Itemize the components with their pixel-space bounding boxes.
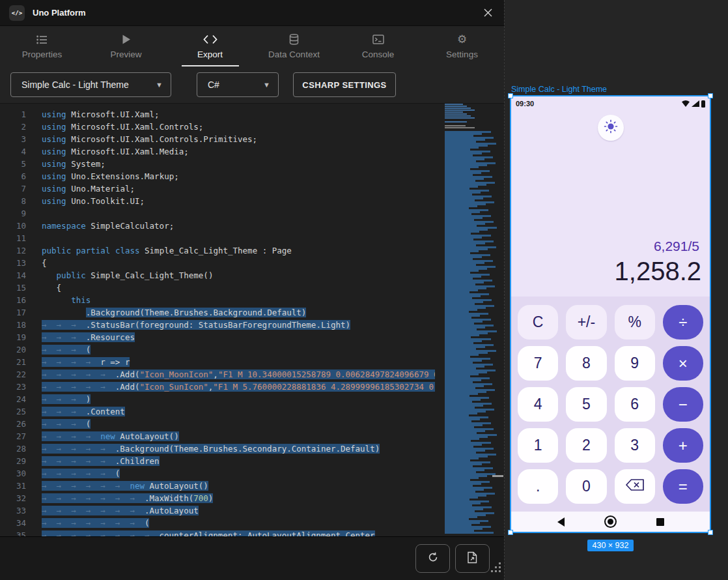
code-line[interactable]: 24→→→) [0,393,435,405]
code-line[interactable]: 9 [0,207,435,220]
theme-toggle-button[interactable] [598,115,624,141]
line-number[interactable]: 35 [0,529,26,536]
code-line[interactable]: 34→→→→→→→( [0,517,435,529]
scrollbar-marker[interactable] [492,475,503,477]
calc-key-0[interactable]: 0 [566,469,606,504]
tab-properties[interactable]: Properties [0,26,84,66]
refresh-button[interactable] [415,544,450,573]
code-line[interactable]: 8using Uno.Toolkit.UI; [0,195,435,207]
resize-grip[interactable] [491,562,502,576]
line-number[interactable]: 21 [0,356,26,368]
code-line[interactable]: 25→→→.Content [0,405,435,418]
code-line[interactable]: 7using Uno.Material; [0,182,435,195]
tab-console[interactable]: Console [336,26,420,66]
line-number[interactable]: 3 [0,133,26,145]
code-line[interactable]: 3using Microsoft.UI.Xaml.Controls.Primit… [0,133,435,145]
line-number[interactable]: 31 [0,480,26,492]
calc-key-3[interactable]: 3 [615,428,655,463]
calc-key-2[interactable]: 2 [566,428,606,463]
calc-key-%[interactable]: % [615,305,655,340]
code-line[interactable]: 30→→→→→( [0,467,435,480]
csharp-settings-button[interactable]: CSHARP SETTINGS [293,72,396,97]
selection-handle[interactable] [508,93,513,98]
calc-key-1[interactable]: 1 [518,428,558,463]
line-number[interactable]: 33 [0,504,26,517]
code-line[interactable]: 5using System; [0,158,435,170]
code-line[interactable]: 2using Microsoft.UI.Xaml.Controls; [0,121,435,133]
line-number[interactable]: 14 [0,269,26,282]
line-number[interactable]: 1 [0,108,26,121]
calc-key-5[interactable]: 5 [566,387,606,422]
language-select[interactable]: C# ▼ [197,72,279,97]
code-line[interactable]: 31→→→→→→new AutoLayout() [0,480,435,492]
calc-key-6[interactable]: 6 [615,387,655,422]
code-line[interactable]: 23→→→→→.Add("Icon_SunIcon","F1 M 5.76000… [0,381,435,393]
code-line[interactable]: 15 { [0,282,435,294]
code-line[interactable]: 18→→→.StatusBar(foreground: StatusBarFor… [0,319,435,331]
line-number[interactable]: 22 [0,368,26,381]
code-line[interactable]: 32→→→→→→→.MaxWidth(700) [0,492,435,504]
line-number[interactable]: 10 [0,220,26,232]
code-line[interactable]: 22→→→→→.Add("Icon_MoonIcon","F1 M 10.340… [0,368,435,381]
code-line[interactable]: 13{ [0,257,435,269]
calc-key-−[interactable]: − [663,387,703,422]
line-number[interactable]: 23 [0,381,26,393]
code-line[interactable]: 35→→→→→→→→counterAlignment: AutoLayoutAl… [0,529,435,536]
home-icon[interactable] [604,515,617,528]
line-number[interactable]: 19 [0,331,26,343]
line-number[interactable]: 34 [0,517,26,529]
minimap[interactable] [443,104,497,536]
code-line[interactable]: 20→→→( [0,343,435,356]
line-number[interactable]: 24 [0,393,26,405]
line-number[interactable]: 28 [0,442,26,455]
line-number[interactable]: 13 [0,257,26,269]
code-line[interactable]: 1using Microsoft.UI.Xaml; [0,108,435,121]
tab-data-context[interactable]: Data Context [252,26,336,66]
code-line[interactable]: 28→→→→→.Background(Theme.Brushes.Seconda… [0,442,435,455]
code-line[interactable]: 6using Uno.Extensions.Markup; [0,170,435,182]
code-line[interactable]: 26→→→( [0,418,435,430]
line-number[interactable]: 25 [0,405,26,418]
calc-key-.[interactable]: . [518,469,558,504]
line-number[interactable]: 27 [0,430,26,442]
selection-handle[interactable] [708,93,713,98]
line-number[interactable]: 5 [0,158,26,170]
calc-key-=[interactable]: = [663,469,703,504]
line-number[interactable]: 8 [0,195,26,207]
selection-handle[interactable] [708,530,713,535]
line-number[interactable]: 16 [0,294,26,306]
line-number[interactable]: 11 [0,232,26,244]
tab-settings[interactable]: ⚙Settings [420,26,504,66]
line-number[interactable]: 12 [0,244,26,257]
calc-key-8[interactable]: 8 [566,346,606,381]
theme-select[interactable]: Simple Calc - Light Theme ▼ [10,72,171,97]
tab-preview[interactable]: Preview [84,26,168,66]
code-line[interactable]: 19→→→.Resources [0,331,435,343]
calc-key-+[interactable]: + [663,428,703,463]
code-line[interactable]: 10namespace SimpleCalculator; [0,220,435,232]
code-line[interactable]: 16 this [0,294,435,306]
calc-key-+/-[interactable]: +/- [566,305,606,340]
calc-key-×[interactable]: × [663,346,703,381]
code-line[interactable]: 14 public Simple_Calc_Light_Theme() [0,269,435,282]
line-number[interactable]: 20 [0,343,26,356]
close-icon[interactable] [481,6,495,20]
calc-key-÷[interactable]: ÷ [663,305,703,340]
line-number[interactable]: 2 [0,121,26,133]
recents-icon[interactable] [656,518,664,526]
line-number[interactable]: 9 [0,207,26,220]
calc-key-backspace[interactable] [615,469,655,504]
code-line[interactable]: 29→→→→→.Children [0,455,435,467]
calc-key-4[interactable]: 4 [518,387,558,422]
calc-key-9[interactable]: 9 [615,346,655,381]
line-number[interactable]: 15 [0,282,26,294]
tab-export[interactable]: Export [168,26,252,66]
code-editor[interactable]: 1using Microsoft.UI.Xaml;2using Microsof… [0,104,504,536]
export-file-button[interactable] [455,544,490,573]
line-number[interactable]: 29 [0,455,26,467]
code-line[interactable]: 4using Microsoft.UI.Xaml.Media; [0,145,435,158]
line-number[interactable]: 30 [0,467,26,480]
code-line[interactable]: 27→→→→new AutoLayout() [0,430,435,442]
code-line[interactable]: 17 .Background(Theme.Brushes.Background.… [0,306,435,319]
line-number[interactable]: 7 [0,182,26,195]
